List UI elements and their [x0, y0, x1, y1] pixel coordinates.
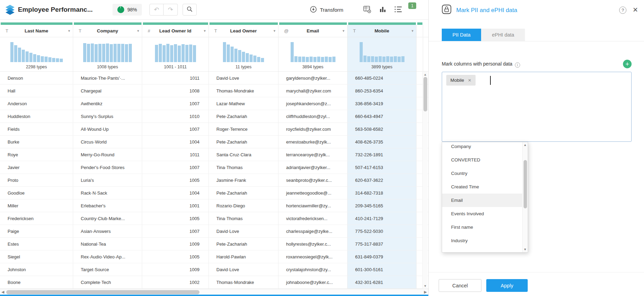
histogram-bars[interactable]	[83, 41, 132, 62]
table-cell[interactable]: 775-317-8837	[348, 238, 417, 250]
table-cell[interactable]: 1010	[142, 110, 209, 122]
table-cell[interactable]: 1008	[142, 85, 209, 97]
table-cell[interactable]: josephkanderson@z...	[279, 97, 348, 110]
histogram-bars[interactable]	[223, 41, 264, 62]
table-cell[interactable]: 1007	[142, 97, 209, 110]
table-cell[interactable]: Asian·Answers	[73, 225, 142, 237]
applied-steps-button[interactable]	[394, 6, 402, 14]
table-cell[interactable]: Pete·Zachariah	[209, 110, 279, 122]
table-cell[interactable]: 209-345-5165	[348, 199, 417, 212]
table-cell[interactable]: Luria's	[73, 174, 142, 186]
column-header-mobile[interactable]: TMobile▾	[348, 25, 417, 37]
histogram-bars[interactable]	[10, 41, 63, 62]
dropdown-scroll-down-icon[interactable]: ▼	[523, 248, 528, 251]
table-cell[interactable]: 410-241-7129	[348, 212, 417, 225]
table-cell[interactable]: Rozario·Diego	[209, 199, 279, 212]
table-cell[interactable]: seanbproto@zylker.c...	[279, 174, 348, 186]
table-cell[interactable]: 631-849-0379	[348, 250, 417, 263]
vertical-scrollbar[interactable]: ▲ ▼	[422, 72, 428, 289]
table-cell[interactable]: 1001	[142, 199, 209, 212]
table-cell[interactable]: Lazar·Mathew	[209, 97, 279, 110]
dropdown-item-email[interactable]: Email	[442, 194, 522, 207]
chevron-down-icon[interactable]: ▾	[342, 29, 344, 33]
table-cell[interactable]: Burke	[0, 136, 73, 148]
table-cell[interactable]: 1005	[142, 212, 209, 225]
table-cell[interactable]: Awthentikz	[73, 97, 142, 110]
table-cell[interactable]: Denson	[0, 72, 73, 84]
table-cell[interactable]: adriantjavier@zylker...	[279, 161, 348, 174]
table-cell[interactable]: 408-626-3735	[348, 136, 417, 148]
table-cell[interactable]: Roye	[0, 148, 73, 161]
horizontal-scroll-thumb[interactable]	[6, 290, 199, 294]
table-cell[interactable]: Tina·Thomas	[209, 161, 279, 174]
table-cell[interactable]: 336-856-3419	[348, 97, 417, 110]
table-cell[interactable]: Maurice·The·Pants'·...	[73, 72, 142, 84]
table-cell[interactable]: Goodloe	[0, 187, 73, 199]
table-cell[interactable]: crystalajohnston@zy...	[279, 263, 348, 276]
table-cell[interactable]: Anderson	[0, 97, 73, 110]
help-icon[interactable]: ?	[619, 7, 626, 14]
dropdown-item-events-involved[interactable]: Events Involved	[442, 207, 522, 220]
table-cell[interactable]: Thomas·Mondrake	[209, 276, 279, 288]
table-cell[interactable]: jeannetteogoodloe@...	[279, 187, 348, 199]
table-cell[interactable]: ernestoaburke@zylk...	[279, 136, 348, 148]
column-header-email[interactable]: @Email▾	[279, 25, 348, 37]
add-column-button[interactable]: +	[623, 60, 632, 68]
table-cell[interactable]: Pete·Zachariah	[209, 238, 279, 250]
chevron-down-icon[interactable]: ▾	[204, 29, 206, 33]
cancel-button[interactable]: Cancel	[439, 279, 481, 292]
pii-columns-input[interactable]: Mobile✕	[442, 72, 632, 142]
table-cell[interactable]: Paige	[0, 225, 73, 237]
table-cell[interactable]: Santa·Cruz·Clara	[209, 148, 279, 161]
table-cell[interactable]: 775-522-5030	[348, 225, 417, 237]
table-cell[interactable]: 314-682-7318	[348, 187, 417, 199]
table-cell[interactable]: 1009	[142, 263, 209, 276]
chevron-down-icon[interactable]: ▾	[68, 29, 70, 33]
table-cell[interactable]: 732-226-1891	[348, 148, 417, 161]
table-cell[interactable]: Javier	[0, 161, 73, 174]
table-cell[interactable]: 1004	[142, 136, 209, 148]
table-cell[interactable]: Thomas·Mondrake	[209, 85, 279, 97]
table-cell[interactable]: Erlebacher's	[73, 199, 142, 212]
table-cell[interactable]: Chargepal	[73, 85, 142, 97]
table-cell[interactable]: Merry-Go-Round	[73, 148, 142, 161]
table-cell[interactable]: 1004	[142, 187, 209, 199]
dropdown-item-converted[interactable]: CONVERTED	[442, 153, 522, 167]
dropdown-item-company[interactable]: Company	[442, 142, 522, 153]
table-cell[interactable]: hortenciawmiller@zy...	[279, 199, 348, 212]
column-header-company[interactable]: TCompany▾	[73, 25, 142, 37]
tab-pii-data[interactable]: PII Data	[442, 29, 481, 41]
scroll-left-icon[interactable]: ◀	[1, 290, 4, 294]
table-cell[interactable]: 1011	[142, 72, 209, 84]
table-cell[interactable]: All·Wound·Up	[73, 123, 142, 135]
table-cell[interactable]: 620-637-3622	[348, 174, 417, 186]
column-header-lead-owner-id[interactable]: #Lead Owner Id▾	[142, 25, 209, 37]
selected-column-chip[interactable]: Mobile✕	[446, 75, 476, 86]
dropdown-item-industry[interactable]: Industry	[442, 234, 522, 247]
table-cell[interactable]: terrancearoye@zylk...	[279, 148, 348, 161]
scroll-right-icon[interactable]: ▶	[424, 290, 427, 294]
table-cell[interactable]: 1007	[142, 161, 209, 174]
table-settings-button[interactable]	[363, 5, 371, 15]
chevron-down-icon[interactable]: ▾	[273, 29, 275, 33]
table-cell[interactable]: Siegel	[0, 250, 73, 263]
table-cell[interactable]: 563-508-6582	[348, 123, 417, 135]
dropdown-scrollbar[interactable]: ▲ ▼	[522, 142, 528, 252]
visualize-button[interactable]	[379, 6, 387, 14]
dropdown-item-country[interactable]: Country	[442, 167, 522, 180]
table-cell[interactable]: 1005	[142, 250, 209, 263]
dropdown-scroll-up-icon[interactable]: ▲	[523, 143, 528, 147]
chevron-down-icon[interactable]: ▾	[137, 29, 139, 33]
dataset-title[interactable]: Employee Performanc...	[18, 6, 105, 13]
histogram-bars[interactable]	[360, 41, 404, 62]
table-cell[interactable]: 1007	[142, 225, 209, 237]
table-cell[interactable]: Rex·Audio·Video·Ap...	[73, 250, 142, 263]
histogram-bars[interactable]	[155, 41, 196, 62]
table-cell[interactable]: Johnston	[0, 263, 73, 276]
apply-button[interactable]: Apply	[486, 279, 528, 292]
table-cell[interactable]: Fields	[0, 123, 73, 135]
table-cell[interactable]: David·Love	[209, 263, 279, 276]
table-cell[interactable]: Huddleston	[0, 110, 73, 122]
chip-remove-icon[interactable]: ✕	[468, 78, 471, 83]
table-cell[interactable]: Miller	[0, 199, 73, 212]
